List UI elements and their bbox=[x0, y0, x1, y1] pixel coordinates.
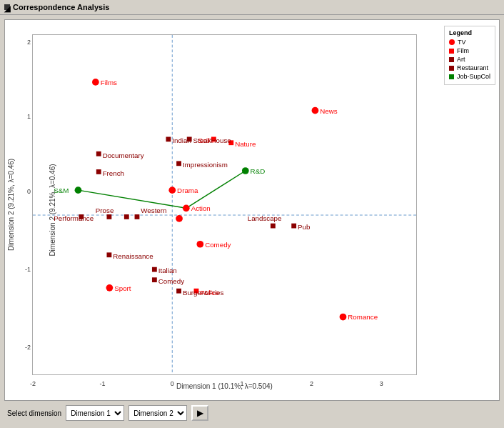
svg-rect-37 bbox=[291, 224, 296, 229]
svg-text:Action: Action bbox=[191, 204, 211, 212]
svg-line-2 bbox=[78, 190, 186, 208]
svg-point-18 bbox=[176, 215, 183, 222]
svg-text:Documentary: Documentary bbox=[103, 151, 144, 159]
svg-text:S&M: S&M bbox=[54, 186, 69, 194]
svg-rect-27 bbox=[96, 169, 101, 174]
svg-text:Renaissance: Renaissance bbox=[113, 252, 153, 260]
svg-rect-19 bbox=[228, 140, 233, 145]
svg-point-16 bbox=[196, 241, 203, 248]
svg-point-6 bbox=[312, 107, 319, 114]
jobsup-legend-icon bbox=[449, 74, 454, 79]
svg-rect-47 bbox=[79, 214, 84, 219]
art-legend-label: Art bbox=[457, 56, 465, 63]
y-tick-1: 1 bbox=[27, 113, 31, 120]
dimension2-select[interactable]: Dimension 1 Dimension 2 Dimension 3 bbox=[128, 405, 187, 421]
main-window: ◢ Correspondence Analysis Dimension 2 (9… bbox=[0, 0, 504, 428]
film-legend-icon bbox=[449, 49, 454, 54]
content-area: Dimension 2 (9.21%, λ=0.46) bbox=[0, 15, 504, 428]
y-axis-label-container: Dimension 2 (9.21%, λ=0.46) bbox=[6, 34, 16, 375]
svg-text:Drama: Drama bbox=[177, 186, 198, 194]
chart-area: Dimension 2 (9.21%, λ=0.46) bbox=[4, 19, 500, 401]
svg-point-8 bbox=[106, 284, 114, 292]
film-legend-label: Film bbox=[457, 47, 469, 54]
svg-rect-35 bbox=[176, 289, 181, 294]
svg-text:Pub: Pub bbox=[298, 223, 310, 231]
svg-line-3 bbox=[186, 171, 246, 208]
title-bar: ◢ Correspondence Analysis bbox=[0, 0, 504, 15]
svg-text:Police: Police bbox=[200, 289, 219, 297]
svg-rect-25 bbox=[96, 151, 101, 156]
legend-item-art: Art bbox=[449, 56, 490, 63]
svg-text:Impressionism: Impressionism bbox=[183, 161, 228, 169]
svg-point-12 bbox=[168, 186, 176, 194]
svg-rect-45 bbox=[152, 277, 157, 282]
svg-text:Films: Films bbox=[101, 79, 117, 86]
plot-area: Films News Sport Romance Dra bbox=[32, 34, 417, 375]
y-tick-neg1: -1 bbox=[25, 266, 31, 273]
y-tick-2: 2 bbox=[27, 39, 31, 46]
svg-text:Indian: Indian bbox=[172, 136, 191, 144]
restaurant-legend-icon bbox=[449, 66, 454, 71]
y-tick-neg2: -2 bbox=[25, 344, 31, 351]
svg-text:Landscape: Landscape bbox=[248, 214, 282, 222]
tv-legend-label: TV bbox=[458, 39, 466, 46]
title-icon: ◢ bbox=[4, 4, 10, 10]
legend-item-tv: TV bbox=[449, 39, 490, 46]
svg-text:News: News bbox=[320, 107, 338, 115]
svg-point-4 bbox=[92, 79, 99, 86]
arrow-icon: ▶ bbox=[197, 408, 203, 418]
x-axis-label: Dimension 1 (10.1%, λ=0.504) bbox=[32, 382, 417, 390]
legend: Legend TV Film Art Restaurant bbox=[444, 26, 495, 85]
svg-text:Prose: Prose bbox=[96, 206, 114, 214]
svg-text:Western: Western bbox=[141, 206, 166, 214]
svg-rect-41 bbox=[106, 252, 111, 257]
svg-rect-39 bbox=[271, 224, 276, 229]
legend-item-jobsup: Job-SupCol bbox=[449, 73, 490, 80]
svg-point-56 bbox=[242, 167, 249, 174]
svg-text:Comedy: Comedy bbox=[205, 241, 231, 249]
y-axis-label-text: Dimension 2 (9.21%, λ=0.46) bbox=[8, 159, 16, 251]
svg-point-10 bbox=[340, 314, 347, 321]
svg-rect-52 bbox=[135, 214, 140, 219]
art-legend-icon bbox=[449, 57, 454, 62]
svg-point-14 bbox=[183, 205, 190, 212]
legend-item-film: Film bbox=[449, 47, 490, 54]
svg-text:Burger&Fries: Burger&Fries bbox=[183, 289, 224, 297]
svg-text:SciFi: SciFi bbox=[198, 136, 213, 144]
y-tick-0: 0 bbox=[27, 188, 31, 195]
select-dimension-label: Select dimension bbox=[7, 409, 61, 417]
restaurant-legend-label: Restaurant bbox=[457, 64, 488, 71]
svg-text:Italian: Italian bbox=[158, 267, 177, 275]
svg-text:French: French bbox=[103, 169, 124, 177]
chart-svg: Films News Sport Romance Dra bbox=[33, 35, 416, 374]
svg-rect-31 bbox=[187, 137, 192, 142]
jobsup-legend-label: Job-SupCol bbox=[457, 73, 490, 80]
legend-title: Legend bbox=[449, 29, 490, 36]
svg-text:Comedy: Comedy bbox=[158, 277, 184, 285]
svg-text:Romance: Romance bbox=[348, 313, 378, 321]
svg-text:R&D: R&D bbox=[251, 167, 266, 175]
svg-rect-21 bbox=[211, 137, 216, 142]
tv-legend-icon bbox=[449, 39, 455, 45]
bottom-controls: Select dimension Dimension 1 Dimension 2… bbox=[4, 401, 500, 424]
svg-text:SteakHouse: SteakHouse bbox=[193, 136, 231, 144]
svg-text:Sport: Sport bbox=[114, 284, 131, 292]
svg-rect-43 bbox=[152, 267, 157, 272]
window-title: Correspondence Analysis bbox=[13, 3, 109, 11]
svg-rect-49 bbox=[106, 214, 111, 219]
svg-point-54 bbox=[75, 186, 82, 194]
legend-item-restaurant: Restaurant bbox=[449, 64, 490, 71]
svg-rect-29 bbox=[166, 137, 171, 142]
dimension1-select[interactable]: Dimension 1 Dimension 2 Dimension 3 bbox=[66, 405, 124, 421]
svg-rect-51 bbox=[124, 214, 129, 219]
svg-text:Nature: Nature bbox=[235, 140, 256, 148]
svg-text:Performance: Performance bbox=[54, 214, 94, 222]
svg-rect-33 bbox=[176, 161, 181, 166]
apply-button[interactable]: ▶ bbox=[191, 405, 208, 421]
svg-rect-23 bbox=[194, 289, 199, 294]
